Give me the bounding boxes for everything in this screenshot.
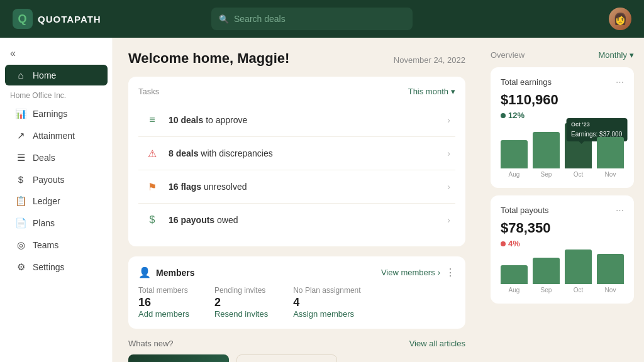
plans-icon: 📄 — [15, 217, 26, 229]
task-discrepancies[interactable]: ⚠ 8 deals with discrepancies › — [138, 137, 455, 170]
search-icon: 🔍 — [219, 14, 229, 24]
logo-text: QUOTAPATH — [38, 14, 101, 25]
payouts-amount: $78,350 — [501, 220, 624, 236]
bar-group: Nov — [597, 137, 624, 178]
flag-icon: ⚑ — [143, 178, 161, 195]
stat-pending-value: 2 — [214, 296, 268, 309]
bar-label: Aug — [509, 287, 520, 293]
chart-bar — [597, 254, 624, 284]
sidebar-item-deals[interactable]: ☰ Deals — [5, 147, 108, 168]
sidebar-item-ledger[interactable]: 📋 Ledger — [5, 190, 108, 212]
payouts-icon: $ — [15, 174, 26, 185]
payouts-card-title: Total payouts ⋯ — [501, 206, 624, 215]
chart-bar — [501, 140, 528, 168]
sidebar-item-label: Attainment — [33, 131, 75, 141]
tasks-section: Tasks This month ▾ ≡ 10 deals to approve… — [128, 77, 465, 246]
overview-label: Overview — [491, 50, 525, 60]
sidebar-item-earnings[interactable]: 📊 Earnings — [5, 103, 108, 124]
chart-bar — [597, 137, 624, 168]
overview-period-button[interactable]: Monthly ▾ — [598, 50, 634, 60]
sidebar-item-label: Teams — [33, 240, 58, 250]
article-card-2[interactable]: How to design compensation plans — [236, 354, 337, 362]
sidebar: « ⌂ Home Home Office Inc. 📊 Earnings ↗ A… — [0, 38, 113, 362]
add-members-button[interactable]: Add members — [138, 309, 189, 319]
search-bar[interactable]: 🔍 — [211, 8, 413, 30]
assign-members-button[interactable]: Assign members — [293, 309, 360, 319]
payouts-card: Total payouts ⋯ $78,350 4% AugSepOctNov — [491, 195, 634, 304]
change-indicator — [501, 113, 506, 118]
logo: Q QUOTAPATH — [13, 9, 113, 29]
bar-group: Aug — [501, 265, 528, 293]
bar-label: Oct — [574, 171, 584, 178]
avatar[interactable]: 👩 — [609, 8, 631, 30]
articles-grid: 🧑 Sales comp trends to know ahead of Q4.… — [128, 354, 465, 362]
members-section: 👤 Members View members › ⋮ Total members… — [128, 256, 465, 329]
payouts-bar-chart: AugSepOctNov — [501, 256, 624, 293]
main-content: Welcome home, Maggie! November 24, 2022 … — [113, 38, 480, 362]
task-payouts[interactable]: $ 16 payouts owed › — [138, 204, 455, 236]
page-header: Welcome home, Maggie! November 24, 2022 — [128, 50, 465, 67]
sidebar-item-label: Settings — [33, 262, 65, 272]
resend-invites-button[interactable]: Resend invites — [214, 309, 268, 319]
bar-label: Nov — [605, 287, 616, 293]
chevron-right-icon: › — [447, 182, 450, 192]
stat-total-label: Total members — [138, 286, 189, 295]
view-all-articles-button[interactable]: View all articles — [409, 339, 465, 348]
stat-total-members: Total members 16 Add members — [138, 286, 189, 319]
payouts-task-icon: $ — [143, 211, 161, 229]
sidebar-item-teams[interactable]: ◎ Teams — [5, 234, 108, 256]
whats-new-label: Whats new? — [128, 339, 174, 348]
task-flags[interactable]: ⚑ 16 flags unresolved › — [138, 170, 455, 204]
sidebar-item-label: Deals — [33, 153, 55, 163]
teams-icon: ◎ — [15, 239, 26, 251]
sidebar-item-payouts[interactable]: $ Payouts — [5, 169, 108, 190]
chart-bar — [533, 258, 560, 284]
sidebar-item-settings[interactable]: ⚙ Settings — [5, 256, 108, 278]
sidebar-item-attainment[interactable]: ↗ Attainment — [5, 125, 108, 146]
chevron-right-icon: › — [447, 148, 450, 158]
company-label: Home Office Inc. — [0, 86, 113, 102]
task-payouts-text: 16 payouts owed — [169, 215, 447, 225]
discrepancy-icon: ⚠ — [143, 145, 161, 162]
earnings-more-button[interactable]: ⋯ — [616, 77, 624, 87]
bar-group: Oct '23Earnings: $37,000Oct — [565, 123, 592, 178]
earnings-card: Total earnings ⋯ $110,960 12% AugSepOct … — [491, 67, 634, 188]
bar-group: Nov — [597, 254, 624, 293]
task-approve[interactable]: ≡ 10 deals to approve › — [138, 104, 455, 137]
sidebar-item-label: Payouts — [33, 175, 65, 185]
members-title: Members — [156, 268, 381, 278]
bar-group: Sep — [533, 258, 560, 293]
tasks-period[interactable]: This month ▾ — [408, 87, 455, 96]
deals-icon: ☰ — [15, 152, 26, 163]
bar-group: Sep — [533, 132, 560, 178]
bar-label: Sep — [541, 171, 552, 178]
earnings-card-title: Total earnings ⋯ — [501, 77, 624, 87]
bar-label: Nov — [605, 171, 616, 178]
sidebar-collapse-button[interactable]: « — [0, 45, 113, 64]
stat-pending-invites: Pending invites 2 Resend invites — [214, 286, 268, 319]
members-icon: 👤 — [138, 266, 151, 278]
view-members-button[interactable]: View members › — [381, 268, 440, 277]
main-layout: « ⌂ Home Home Office Inc. 📊 Earnings ↗ A… — [0, 38, 644, 362]
stat-noplan-value: 4 — [293, 296, 360, 309]
search-input[interactable] — [234, 14, 405, 24]
approve-icon: ≡ — [143, 111, 161, 129]
tasks-header: Tasks This month ▾ — [138, 87, 455, 96]
payouts-change: 4% — [501, 239, 624, 248]
article-card-1[interactable]: 🧑 Sales comp trends to know ahead of Q4.… — [128, 354, 229, 362]
stat-noplan-label: No Plan assignment — [293, 286, 360, 295]
earnings-bar-chart: AugSepOct '23Earnings: $37,000OctNov — [501, 128, 624, 178]
payouts-more-button[interactable]: ⋯ — [616, 206, 624, 215]
overview-header: Overview Monthly ▾ — [491, 50, 634, 60]
change-indicator — [501, 241, 506, 246]
bar-group: Aug — [501, 140, 528, 178]
bar-label: Oct — [574, 287, 584, 293]
sidebar-item-plans[interactable]: 📄 Plans — [5, 212, 108, 234]
chart-bar — [533, 132, 560, 168]
task-approve-text: 10 deals to approve — [169, 115, 447, 125]
sidebar-item-home[interactable]: ⌂ Home — [5, 65, 108, 85]
attainment-icon: ↗ — [15, 130, 26, 141]
sidebar-item-label: Plans — [33, 218, 55, 228]
members-more-button[interactable]: ⋮ — [445, 266, 455, 278]
bar-label: Sep — [541, 287, 552, 293]
